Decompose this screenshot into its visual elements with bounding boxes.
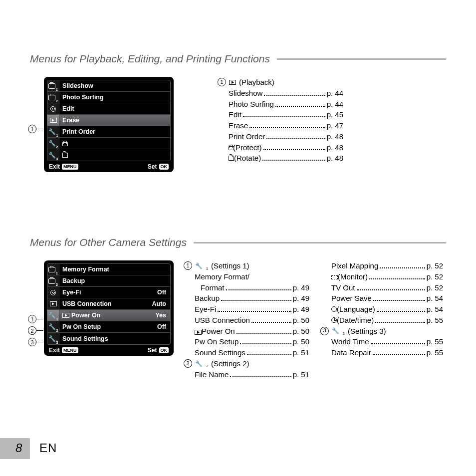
menu-row[interactable]: 🔧2 xyxy=(47,138,170,149)
menu-row[interactable]: 🔧1 Power OnYes xyxy=(47,310,170,321)
section-title-row: Menus for Playback, Editing, and Printin… xyxy=(30,53,446,65)
desc-head: 3 🔧3 (Settings 3) xyxy=(320,326,445,337)
row-icon xyxy=(47,103,59,114)
desc-head: 1 (Playback) xyxy=(218,77,347,88)
row-icon: 2 xyxy=(47,92,59,103)
camera-icon xyxy=(48,83,55,89)
play-icon xyxy=(50,118,57,123)
playback-menu-screen: 1Slideshow2Photo SurfingEditErase🔧1Print… xyxy=(44,77,174,172)
row-icon: 🔧1 xyxy=(47,126,59,137)
page-language: EN xyxy=(39,441,57,455)
play-icon xyxy=(229,80,236,85)
wrench-icon: 🔧 xyxy=(48,129,56,135)
row-icon: 🔧3 xyxy=(47,149,59,161)
desc-row: Memory Format/ xyxy=(195,271,311,282)
row-label: USB Connection xyxy=(59,300,152,307)
menu-row[interactable]: 1Slideshow xyxy=(47,80,170,92)
ok-chip: OK xyxy=(159,164,169,170)
row-value: Off xyxy=(157,323,170,330)
desc-row: Editp. 45 xyxy=(229,109,343,120)
menu-row[interactable]: 1Memory Format xyxy=(47,264,170,275)
wrench-icon: 🔧 xyxy=(195,361,203,367)
title-rule xyxy=(194,242,446,243)
menu-row[interactable]: 🔧1Print Order xyxy=(47,126,170,138)
protect-icon xyxy=(62,141,67,146)
desc-row: Power Onp. 50 xyxy=(195,326,309,337)
wrench-icon: 🔧 xyxy=(332,328,339,334)
row-label: Power On xyxy=(59,312,155,319)
desc-row: USB Connectionp. 50 xyxy=(195,315,309,326)
wrench-icon: 🔧 xyxy=(195,263,203,269)
menu-row[interactable]: Erase xyxy=(47,115,170,126)
section-playback: Menus for Playback, Editing, and Printin… xyxy=(30,53,446,172)
row-icon xyxy=(47,115,59,126)
menu-row[interactable]: USB ConnectionAuto xyxy=(47,298,170,310)
desc-row: TV Outp. 52 xyxy=(331,282,443,293)
footer-exit: Exit MENU xyxy=(49,347,78,354)
row-icon: 1 xyxy=(47,80,59,91)
row-icon: 2 xyxy=(47,275,59,286)
desc-row: Data Repairp. 55 xyxy=(331,347,443,358)
page-number: 8 xyxy=(15,441,22,455)
row-label: Erase xyxy=(59,117,170,124)
title-rule xyxy=(277,58,446,60)
wrench-icon: 🔧 xyxy=(48,324,56,330)
protect-icon xyxy=(229,145,233,150)
face-icon xyxy=(50,290,56,295)
desc-head: 2 🔧2 (Settings 2) xyxy=(184,358,311,369)
callout-1: 1 xyxy=(28,315,43,323)
desc-row: Slideshowp. 44 xyxy=(229,88,343,99)
footer-set: Set OK xyxy=(148,163,169,170)
row-value: Off xyxy=(157,289,170,296)
desc-row: (Rotate)p. 48 xyxy=(229,153,343,164)
wrench-icon: 🔧 xyxy=(48,312,56,318)
section-settings: Menus for Other Camera Settings 1 2 3 1M… xyxy=(30,237,446,380)
camera-icon xyxy=(48,278,55,284)
menu-row[interactable]: 🔧3 xyxy=(47,149,170,161)
ok-chip: OK xyxy=(159,347,169,353)
footer-set: Set OK xyxy=(148,347,169,354)
row-label: Slideshow xyxy=(59,82,170,89)
row-label: Edit xyxy=(59,105,170,112)
monitor-icon xyxy=(331,275,338,279)
rotate-icon xyxy=(229,156,234,161)
play-icon xyxy=(50,301,57,306)
language-icon xyxy=(331,306,337,312)
desc-row: Power Savep. 54 xyxy=(331,293,443,304)
camera-icon xyxy=(48,267,55,272)
page-tab xyxy=(0,438,30,459)
desc-row: World Timep. 55 xyxy=(331,336,443,347)
callout-1: 1 xyxy=(28,125,43,133)
row-label: Print Order xyxy=(59,128,170,135)
menu-row[interactable]: 🔧2Pw On SetupOff xyxy=(47,321,170,333)
clock-icon xyxy=(331,317,337,323)
wrench-icon: 🔧 xyxy=(48,336,56,342)
menu-chip: MENU xyxy=(62,347,78,353)
menu-row[interactable]: Edit xyxy=(47,103,170,115)
section-title: Menus for Other Camera Settings xyxy=(30,237,187,248)
row-icon: 🔧2 xyxy=(47,321,59,332)
row-icon xyxy=(47,287,59,298)
menu-row[interactable]: Eye-FiOff xyxy=(47,287,170,298)
desc-row: Eye-Fip. 49 xyxy=(195,304,309,315)
menu-row[interactable]: 🔧3Sound Settings xyxy=(47,333,170,344)
play-icon xyxy=(62,313,69,318)
desc-row: Sound Settingsp. 51 xyxy=(195,347,309,358)
row-label xyxy=(59,141,170,146)
row-icon: 🔧3 xyxy=(47,333,59,344)
desc-row: (Protect)p. 48 xyxy=(229,142,343,153)
row-icon: 🔧2 xyxy=(47,138,59,149)
row-label: Memory Format xyxy=(59,266,170,273)
menu-row[interactable]: 2Photo Surfing xyxy=(47,92,170,103)
callout-3: 3 xyxy=(28,338,43,346)
desc-row: Backupp. 49 xyxy=(195,293,309,304)
desc-row: Erasep. 47 xyxy=(229,120,343,131)
menu-row[interactable]: 2Backup xyxy=(47,275,170,287)
desc-row: (Date/time)p. 55 xyxy=(331,315,443,326)
desc-head: 1 🔧1 (Settings 1) xyxy=(184,260,311,271)
play-icon xyxy=(195,330,202,335)
face-icon xyxy=(50,106,56,112)
camera-icon xyxy=(48,95,55,100)
row-label xyxy=(59,153,170,158)
page: Menus for Playback, Editing, and Printin… xyxy=(0,0,476,476)
